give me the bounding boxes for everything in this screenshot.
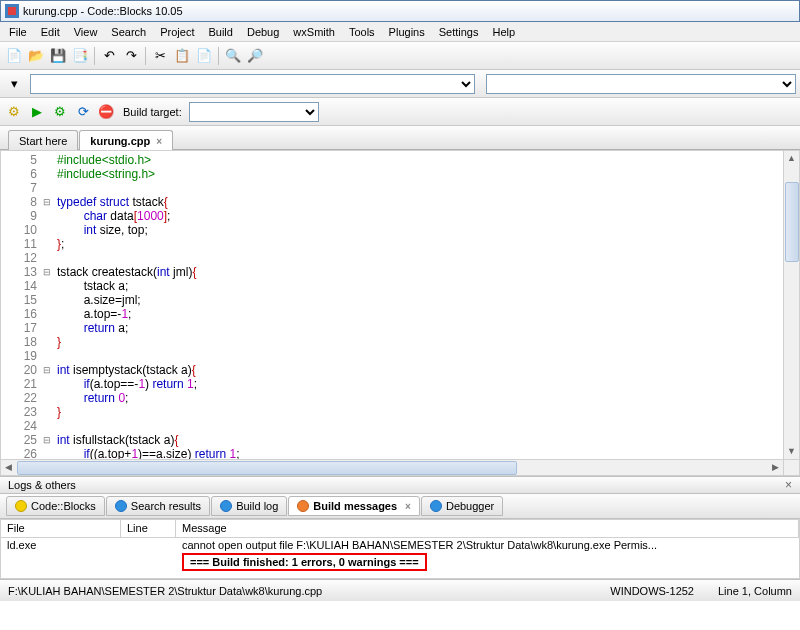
menu-view[interactable]: View: [67, 24, 105, 40]
menu-help[interactable]: Help: [485, 24, 522, 40]
bottom-tab-search-results[interactable]: Search results: [106, 496, 210, 516]
symbol-combo[interactable]: [486, 74, 796, 94]
build-run-icon[interactable]: ⚙: [50, 102, 70, 122]
fold-gutter[interactable]: ⊟⊟⊟⊟⊟: [41, 151, 53, 475]
search-combo[interactable]: [30, 74, 475, 94]
save-all-icon[interactable]: 📑: [70, 46, 90, 66]
copy-icon[interactable]: 📋: [172, 46, 192, 66]
close-panel-icon[interactable]: ×: [785, 478, 792, 492]
status-bar: F:\KULIAH BAHAN\SEMESTER 2\Struktur Data…: [0, 579, 800, 601]
open-icon[interactable]: 📂: [26, 46, 46, 66]
vertical-scrollbar[interactable]: ▲ ▼: [783, 151, 799, 459]
scroll-down-icon[interactable]: ▼: [784, 444, 799, 459]
bottom-tab-build-log[interactable]: Build log: [211, 496, 287, 516]
status-filepath: F:\KULIAH BAHAN\SEMESTER 2\Struktur Data…: [8, 585, 322, 597]
replace-icon[interactable]: 🔎: [245, 46, 265, 66]
titlebar: kurung.cpp - Code::Blocks 10.05: [0, 0, 800, 22]
tab-icon: [297, 500, 309, 512]
undo-icon[interactable]: ↶: [99, 46, 119, 66]
rebuild-icon[interactable]: ⟳: [73, 102, 93, 122]
tab-icon: [430, 500, 442, 512]
svg-rect-1: [8, 7, 16, 15]
bottom-tab-build-messages[interactable]: Build messages×: [288, 496, 420, 516]
window-title: kurung.cpp - Code::Blocks 10.05: [23, 5, 183, 17]
toolbar-main: 📄 📂 💾 📑 ↶ ↷ ✂ 📋 📄 🔍 🔎: [0, 42, 800, 70]
abort-icon[interactable]: ⛔: [96, 102, 116, 122]
status-encoding: WINDOWS-1252: [610, 585, 694, 597]
separator: [94, 47, 95, 65]
save-icon[interactable]: 💾: [48, 46, 68, 66]
build-target-label: Build target:: [123, 106, 182, 118]
toolbar-search: ▾: [0, 70, 800, 98]
close-tab-icon[interactable]: ×: [156, 136, 162, 147]
scroll-corner: [783, 459, 799, 475]
menu-edit[interactable]: Edit: [34, 24, 67, 40]
tab-icon: [220, 500, 232, 512]
bottom-tab-debugger[interactable]: Debugger: [421, 496, 503, 516]
app-icon: [5, 4, 19, 18]
build-result-highlight: === Build finished: 1 errors, 0 warnings…: [182, 553, 427, 571]
logs-panel-header: Logs & others ×: [0, 476, 800, 494]
col-message[interactable]: Message: [176, 520, 799, 537]
scroll-thumb[interactable]: [785, 182, 799, 262]
redo-icon[interactable]: ↷: [121, 46, 141, 66]
scroll-right-icon[interactable]: ▶: [768, 460, 783, 475]
horizontal-scrollbar[interactable]: ◀ ▶: [1, 459, 783, 475]
menubar: FileEditViewSearchProjectBuildDebugwxSmi…: [0, 22, 800, 42]
col-line[interactable]: Line: [121, 520, 176, 537]
scroll-thumb[interactable]: [17, 461, 517, 475]
close-tab-icon[interactable]: ×: [405, 501, 411, 512]
menu-search[interactable]: Search: [104, 24, 153, 40]
build-messages-panel[interactable]: File Line Message ld.execannot open outp…: [0, 519, 800, 579]
message-row[interactable]: === Build finished: 1 errors, 0 warnings…: [1, 552, 799, 572]
col-file[interactable]: File: [1, 520, 121, 537]
message-row[interactable]: ld.execannot open output file F:\KULIAH …: [1, 538, 799, 552]
bottom-tabbar: Code::BlocksSearch resultsBuild logBuild…: [0, 494, 800, 519]
separator: [218, 47, 219, 65]
separator: [145, 47, 146, 65]
bottom-tab-code-blocks[interactable]: Code::Blocks: [6, 496, 105, 516]
editor-tabbar: Start herekurung.cpp×: [0, 126, 800, 150]
tab-icon: [15, 500, 27, 512]
build-target-combo[interactable]: [189, 102, 319, 122]
menu-file[interactable]: File: [2, 24, 34, 40]
scroll-left-icon[interactable]: ◀: [1, 460, 16, 475]
scroll-up-icon[interactable]: ▲: [784, 151, 799, 166]
run-icon[interactable]: ▶: [27, 102, 47, 122]
line-gutter: 5678910111213141516171819202122232425262…: [1, 151, 41, 475]
tab-start-here[interactable]: Start here: [8, 130, 78, 150]
menu-build[interactable]: Build: [201, 24, 239, 40]
find-icon[interactable]: 🔍: [223, 46, 243, 66]
build-icon[interactable]: ⚙: [4, 102, 24, 122]
status-cursor-pos: Line 1, Column: [718, 585, 792, 597]
logs-panel-title: Logs & others: [8, 479, 76, 491]
code-editor[interactable]: 5678910111213141516171819202122232425262…: [0, 150, 800, 476]
message-headers: File Line Message: [1, 520, 799, 538]
code-area[interactable]: #include<stdio.h>#include<string.h> type…: [53, 151, 799, 475]
cut-icon[interactable]: ✂: [150, 46, 170, 66]
new-file-icon[interactable]: 📄: [4, 46, 24, 66]
menu-project[interactable]: Project: [153, 24, 201, 40]
menu-debug[interactable]: Debug: [240, 24, 286, 40]
tab-icon: [115, 500, 127, 512]
paste-icon[interactable]: 📄: [194, 46, 214, 66]
menu-tools[interactable]: Tools: [342, 24, 382, 40]
dropdown-icon[interactable]: ▾: [4, 74, 24, 94]
tab-kurung.cpp[interactable]: kurung.cpp×: [79, 130, 173, 150]
menu-wxsmith[interactable]: wxSmith: [286, 24, 342, 40]
menu-plugins[interactable]: Plugins: [382, 24, 432, 40]
menu-settings[interactable]: Settings: [432, 24, 486, 40]
toolbar-build: ⚙ ▶ ⚙ ⟳ ⛔ Build target:: [0, 98, 800, 126]
